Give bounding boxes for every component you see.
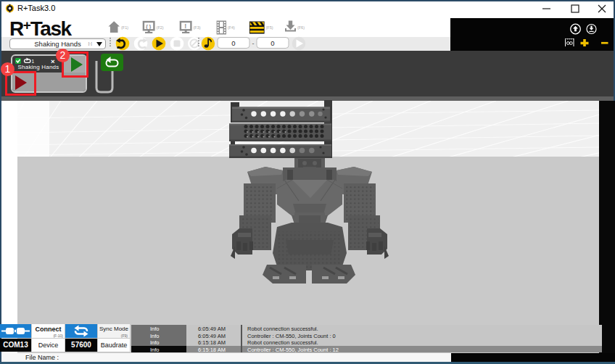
svg-text:{ }: { }	[146, 23, 151, 30]
svg-text:(F3): (F3)	[194, 25, 201, 30]
svg-text:(F5): (F5)	[266, 25, 273, 30]
svg-text:(F1): (F1)	[121, 25, 128, 30]
svg-text:!: !	[184, 22, 186, 30]
svg-text:(F2): (F2)	[157, 25, 164, 30]
svg-text:0: 0	[271, 39, 274, 47]
svg-text:0: 0	[231, 39, 235, 47]
svg-text:1: 1	[32, 59, 35, 64]
svg-text:(F6): (F6)	[297, 25, 305, 30]
svg-text:-: -	[252, 40, 255, 47]
svg-text:(F4): (F4)	[228, 25, 235, 30]
